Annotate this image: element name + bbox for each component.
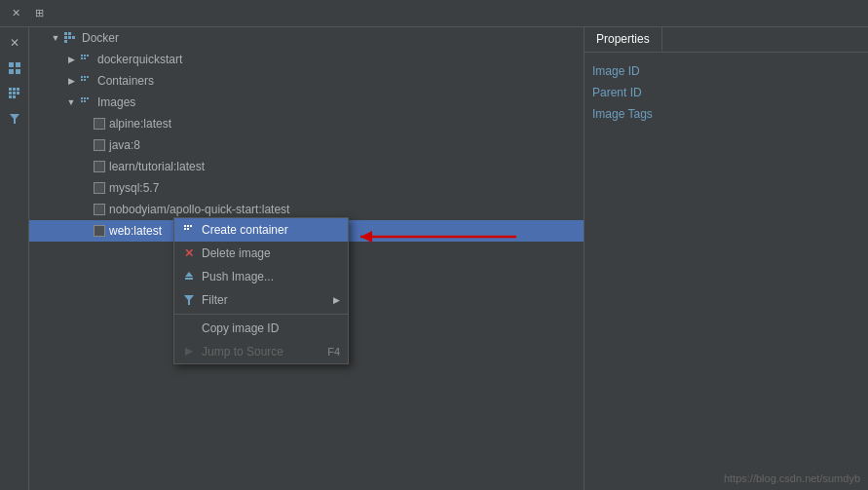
svg-rect-0: [9, 62, 14, 67]
ctx-filter-submenu-arrow: ▶: [333, 295, 340, 305]
tree-item-mysql[interactable]: mysql:5.7: [29, 177, 584, 199]
web-checkbox[interactable]: [94, 225, 105, 237]
prop-image-id-label: Image ID: [592, 64, 640, 78]
images-icon: [78, 94, 94, 110]
svg-rect-15: [64, 36, 67, 39]
svg-marker-41: [184, 295, 194, 305]
alpine-checkbox[interactable]: [94, 118, 105, 130]
svg-rect-36: [190, 225, 192, 227]
ctx-create-container[interactable]: Create container: [174, 218, 348, 242]
svg-rect-8: [13, 92, 16, 94]
ctx-jump-label: Jump to Source: [202, 345, 283, 358]
watermark-text: https://blog.csdn.net/sumdyb: [724, 472, 860, 484]
nobodyiam-arrow-spacer: [80, 203, 94, 216]
sidebar-filter-icon[interactable]: [3, 107, 26, 131]
context-menu: Create container ✕ Delete image Push Ima…: [173, 217, 349, 364]
svg-rect-22: [81, 57, 83, 59]
ctx-push-image[interactable]: Push Image...: [174, 265, 348, 288]
ctx-separator: [174, 314, 348, 315]
prop-row-image-id: Image ID: [592, 60, 860, 82]
svg-rect-37: [184, 228, 186, 230]
svg-rect-21: [87, 55, 89, 57]
svg-rect-33: [84, 100, 86, 102]
ctx-push-image-label: Push Image...: [202, 270, 274, 283]
tree-item-dockerquickstart[interactable]: dockerquickstart: [29, 49, 584, 70]
ctx-jump-shortcut: F4: [327, 346, 340, 358]
ctx-push-icon: [182, 270, 196, 283]
java8-checkbox[interactable]: [94, 139, 105, 151]
dqs-icon: [78, 52, 94, 67]
prop-row-image-tags: Image Tags: [592, 103, 860, 125]
web-label: web:latest: [109, 224, 162, 238]
svg-rect-30: [84, 97, 86, 99]
svg-rect-23: [84, 57, 86, 59]
svg-marker-40: [185, 272, 193, 277]
sidebar-grid-icon[interactable]: [3, 57, 26, 80]
learn-checkbox[interactable]: [94, 161, 105, 172]
svg-rect-11: [13, 95, 16, 98]
docker-root-icon: [62, 30, 78, 46]
docker-arrow: [49, 31, 62, 45]
dqs-label: dockerquickstart: [97, 53, 182, 66]
containers-label: Containers: [97, 74, 154, 88]
toolbar-close-btn[interactable]: ✕: [6, 4, 25, 23]
tree-item-alpine[interactable]: alpine:latest: [29, 113, 584, 134]
svg-rect-14: [68, 32, 71, 35]
tree-item-images[interactable]: Images: [29, 92, 584, 113]
svg-marker-12: [10, 114, 19, 124]
svg-rect-29: [81, 97, 83, 99]
java8-label: java:8: [109, 138, 140, 152]
mysql-checkbox[interactable]: [94, 182, 105, 194]
mysql-label: mysql:5.7: [109, 181, 159, 195]
left-sidebar: ✕: [0, 27, 29, 490]
alpine-label: alpine:latest: [109, 117, 171, 131]
tree-item-learn[interactable]: learn/tutorial:latest: [29, 156, 584, 177]
tree-item-containers[interactable]: Containers: [29, 70, 584, 92]
tree-panel: Docker dockerquickstart: [29, 27, 585, 490]
java8-arrow-spacer: [80, 138, 94, 152]
containers-arrow: [64, 74, 78, 88]
svg-rect-17: [72, 36, 75, 39]
tab-properties[interactable]: Properties: [585, 27, 662, 52]
svg-rect-13: [64, 32, 67, 35]
ctx-create-container-label: Create container: [202, 223, 288, 237]
svg-rect-35: [187, 225, 189, 227]
ctx-delete-image[interactable]: ✕ Delete image: [174, 242, 348, 265]
svg-rect-31: [87, 97, 89, 99]
svg-rect-26: [87, 76, 89, 78]
svg-rect-18: [64, 40, 67, 43]
toolbar-expand-btn[interactable]: ⊞: [29, 4, 49, 23]
prop-image-tags-label: Image Tags: [592, 107, 653, 121]
svg-rect-7: [9, 92, 12, 94]
sidebar-close-icon[interactable]: ✕: [3, 31, 26, 55]
tree-root-docker[interactable]: Docker: [29, 27, 584, 49]
ctx-copy-icon: [182, 321, 196, 335]
dqs-arrow: [64, 53, 78, 66]
svg-rect-6: [17, 88, 19, 91]
ctx-jump-to-source: Jump to Source F4: [174, 340, 348, 363]
svg-rect-34: [184, 225, 186, 227]
svg-rect-32: [81, 100, 83, 102]
main-content: ✕: [0, 27, 868, 490]
prop-row-parent-id: Parent ID: [592, 82, 860, 103]
sidebar-docker-icon[interactable]: [3, 82, 26, 105]
tree-item-java8[interactable]: java:8: [29, 134, 584, 156]
web-arrow-spacer: [80, 224, 94, 238]
ctx-copy-image-id-label: Copy image ID: [202, 321, 279, 335]
svg-rect-5: [13, 88, 16, 91]
ctx-jump-icon: [182, 345, 196, 358]
ctx-copy-image-id[interactable]: Copy image ID: [174, 317, 348, 340]
nobodyiam-label: nobodyiam/apollo-quick-start:latest: [109, 203, 289, 216]
properties-tab-bar: Properties: [585, 27, 868, 53]
svg-rect-4: [9, 88, 12, 91]
alpine-arrow-spacer: [80, 117, 94, 131]
ctx-delete-image-label: Delete image: [202, 246, 271, 260]
svg-rect-2: [9, 69, 14, 74]
mysql-arrow-spacer: [80, 181, 94, 195]
ctx-filter[interactable]: Filter ▶: [174, 288, 348, 312]
learn-label: learn/tutorial:latest: [109, 160, 205, 173]
svg-rect-19: [81, 55, 83, 57]
svg-rect-9: [17, 92, 19, 94]
nobodyiam-checkbox[interactable]: [94, 204, 105, 215]
ctx-docker-icon: [182, 223, 196, 237]
